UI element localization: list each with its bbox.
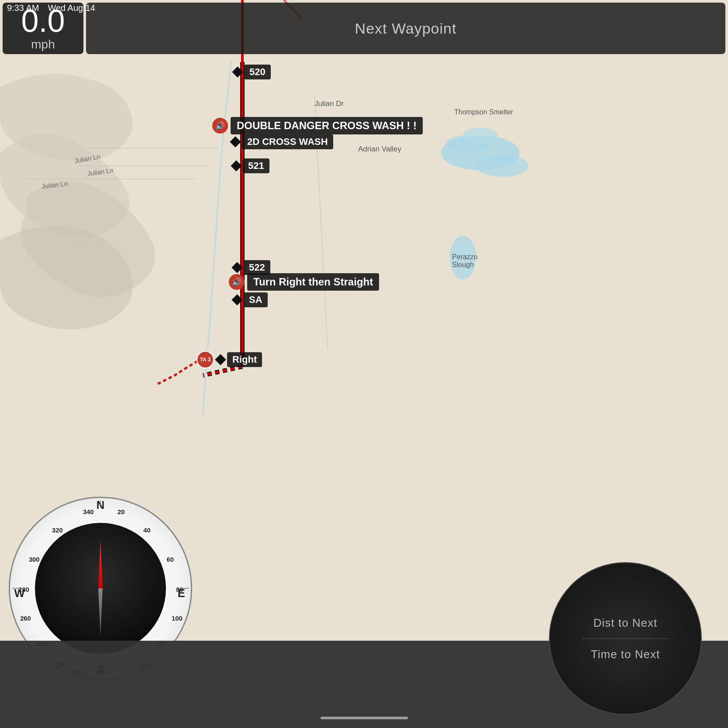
waypoint-danger: 🔊 DOUBLE DANGER CROSS WASH ! ! xyxy=(212,117,423,134)
compass-inner xyxy=(35,523,166,654)
svg-point-4 xyxy=(463,127,498,143)
tag-521: 521 xyxy=(243,158,269,173)
svg-text:100: 100 xyxy=(172,615,183,622)
metrics-circle: Dist to Next Time to Next xyxy=(549,562,702,715)
svg-text:E: E xyxy=(178,587,185,599)
scroll-indicator xyxy=(321,717,408,719)
diamond-520 xyxy=(232,66,243,77)
svg-text:W: W xyxy=(14,587,25,599)
waypoint-522: 522 xyxy=(233,260,270,275)
svg-text:40: 40 xyxy=(143,527,150,534)
diamond-2d xyxy=(230,136,241,147)
svg-text:320: 320 xyxy=(52,527,63,534)
audio-danger[interactable]: 🔊 xyxy=(212,118,228,134)
waypoint-ta3: TA 3 Right xyxy=(197,351,262,368)
diamond-522 xyxy=(231,262,242,273)
diamond-521 xyxy=(231,160,242,171)
waypoint-520: 520 xyxy=(234,65,271,79)
waypoint-2d: 2D CROSS WASH xyxy=(231,134,333,149)
compass-needle xyxy=(97,540,104,636)
ta-circle: TA 3 xyxy=(197,351,214,368)
map-label-perazzo: PerazzoSlough xyxy=(452,253,478,269)
svg-text:300: 300 xyxy=(29,556,40,563)
map-label-julian-dr: Julian Dr xyxy=(314,100,344,108)
tag-520: 520 xyxy=(244,65,271,79)
map-label-adrian-valley: Adrian Valley xyxy=(358,145,401,154)
svg-text:60: 60 xyxy=(166,556,173,563)
speed-unit: mph xyxy=(31,38,55,52)
svg-text:260: 260 xyxy=(20,615,31,622)
time-to-next-label: Time to Next xyxy=(591,648,660,661)
svg-text:340: 340 xyxy=(83,508,94,515)
svg-point-1 xyxy=(476,155,528,177)
tag-2d: 2D CROSS WASH xyxy=(242,134,333,149)
bottom-panel: Dist to Next Time to Next xyxy=(0,641,728,728)
waypoint-label: Next Waypoint xyxy=(355,20,457,37)
ta-number: TA 3 xyxy=(200,357,211,363)
waypoint-sa: SA xyxy=(233,292,268,307)
map-label-thompson: Thompson Smelter xyxy=(454,108,513,116)
status-date: Wed Aug 14 xyxy=(48,3,95,13)
audio-turn[interactable]: 🔊 xyxy=(229,274,245,290)
diamond-sa xyxy=(231,294,242,305)
waypoint-turn: 🔊 Turn Right then Straight xyxy=(229,273,379,291)
tag-sa: SA xyxy=(244,292,268,307)
label-turn: Turn Right then Straight xyxy=(247,273,379,291)
metrics-divider xyxy=(582,639,669,639)
waypoint-521: 521 xyxy=(232,158,269,173)
needle-north xyxy=(98,540,103,588)
diamond-ta3 xyxy=(215,354,226,365)
status-time: 9:33 AM xyxy=(7,3,39,13)
tag-ta3: Right xyxy=(227,352,262,367)
dist-to-next-label: Dist to Next xyxy=(593,616,657,630)
tag-522: 522 xyxy=(244,260,270,275)
status-bar: 9:33 AM Wed Aug 14 xyxy=(0,0,728,16)
svg-text:20: 20 xyxy=(117,508,124,515)
needle-south xyxy=(98,588,103,636)
label-danger: DOUBLE DANGER CROSS WASH ! ! xyxy=(231,117,423,134)
